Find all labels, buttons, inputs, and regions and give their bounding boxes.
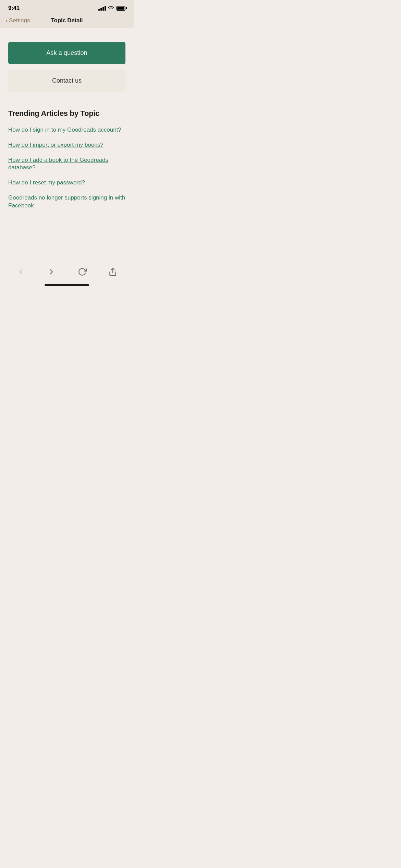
back-button[interactable]: ‹ Settings: [5, 17, 30, 24]
article-link-1[interactable]: How do I import or export my books?: [8, 141, 125, 149]
battery-icon: [116, 6, 125, 11]
chevron-right-icon: [47, 267, 56, 276]
chevron-left-icon: ‹: [5, 17, 8, 24]
back-label: Settings: [9, 17, 30, 24]
status-time: 9:41: [8, 5, 20, 12]
wifi-icon: [108, 6, 114, 11]
signal-icon: [98, 6, 106, 11]
article-link-4[interactable]: Goodreads no longer supports signing in …: [8, 194, 125, 209]
browser-bottom-bar: [0, 260, 134, 282]
main-content: Ask a question Contact us Trending Artic…: [0, 28, 134, 260]
browser-share-button[interactable]: [104, 264, 121, 279]
reload-icon: [78, 267, 87, 276]
status-bar: 9:41: [0, 0, 134, 14]
nav-bar: ‹ Settings Topic Detail: [0, 14, 134, 28]
status-icons: [98, 6, 125, 11]
share-icon: [108, 267, 117, 276]
browser-reload-button[interactable]: [74, 264, 91, 279]
article-link-2[interactable]: How do I add a book to the Goodreads dat…: [8, 156, 125, 171]
trending-section-title: Trending Articles by Topic: [8, 109, 125, 118]
home-bar: [45, 284, 89, 286]
article-link-0[interactable]: How do I sign in to my Goodreads account…: [8, 126, 125, 134]
page-title: Topic Detail: [51, 17, 83, 24]
article-link-3[interactable]: How do I reset my password?: [8, 179, 125, 186]
trending-articles-section: Trending Articles by Topic How do I sign…: [8, 109, 125, 209]
contact-us-button[interactable]: Contact us: [8, 70, 125, 92]
browser-forward-button[interactable]: [43, 264, 60, 279]
ask-question-button[interactable]: Ask a question: [8, 42, 125, 64]
home-indicator: [0, 282, 134, 289]
browser-back-button[interactable]: [12, 264, 29, 279]
chevron-left-icon: [16, 267, 25, 276]
